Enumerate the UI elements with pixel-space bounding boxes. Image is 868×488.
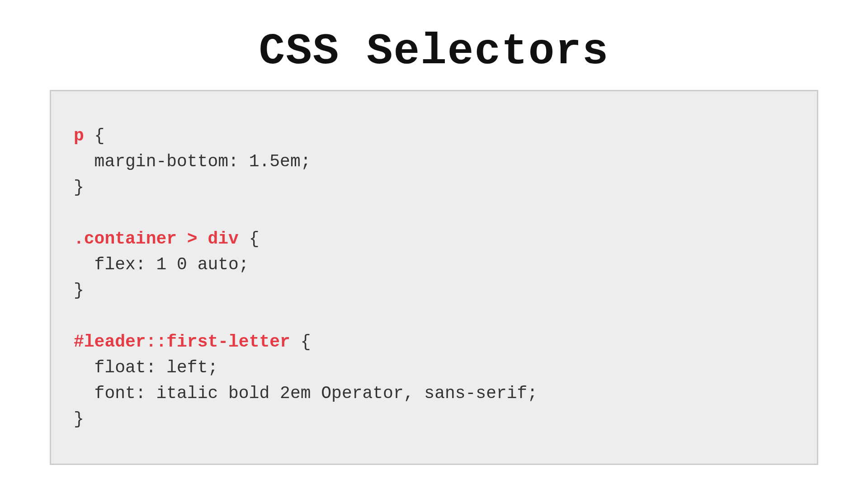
css-declaration: margin-bottom: 1.5em;	[74, 152, 311, 171]
css-selector: p	[74, 126, 84, 145]
brace-open: {	[84, 126, 105, 145]
code-example-box: p { margin-bottom: 1.5em; } .container >…	[50, 90, 818, 465]
brace-close: }	[74, 178, 84, 197]
css-declaration: flex: 1 0 auto;	[74, 255, 249, 274]
css-selector: #leader::first-letter	[74, 332, 290, 352]
css-declaration: float: left;	[74, 358, 218, 377]
css-declaration: font: italic bold 2em Operator, sans-ser…	[74, 384, 538, 403]
css-selector: .container > div	[74, 229, 239, 249]
code-block: p { margin-bottom: 1.5em; } .container >…	[74, 123, 794, 432]
brace-open: {	[239, 229, 259, 249]
brace-close: }	[74, 409, 84, 429]
slide: CSS Selectors p { margin-bottom: 1.5em; …	[0, 0, 868, 488]
brace-close: }	[74, 281, 84, 300]
brace-open: {	[290, 332, 311, 352]
slide-title: CSS Selectors	[50, 27, 818, 76]
